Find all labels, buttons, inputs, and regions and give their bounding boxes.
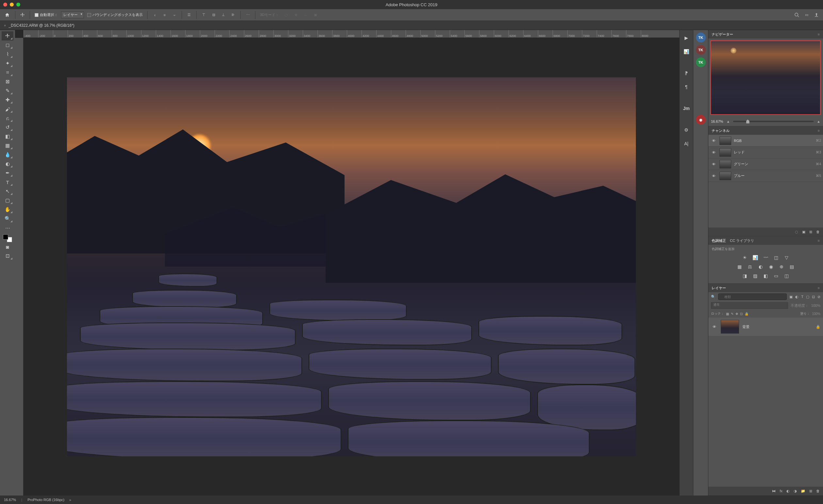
blur-tool[interactable]: 💧 [2, 150, 13, 159]
tk2-plugin-icon[interactable]: TK [696, 45, 706, 55]
distribute-v-icon[interactable]: ⊪ [229, 11, 237, 19]
minimize-window[interactable] [10, 3, 14, 7]
channels-tab[interactable]: チャンネル ≡ [708, 126, 823, 135]
load-selection-icon[interactable]: ◌ [795, 230, 798, 234]
visibility-icon[interactable]: 👁 [710, 174, 717, 178]
canvas[interactable]: -400-20002004006008001000120014001600180… [15, 30, 679, 496]
threshold-icon[interactable]: ◧ [762, 272, 770, 279]
zoom-tool[interactable]: 🔍 [2, 214, 13, 223]
edit-toolbar[interactable]: ⋯ [2, 223, 13, 232]
jm-panel-icon[interactable]: Jm [682, 104, 691, 113]
delete-layer-icon[interactable]: 🗑 [816, 489, 820, 493]
pen-tool[interactable]: ✒ [2, 169, 13, 178]
channel-row[interactable]: 👁RGB⌘2 [708, 135, 823, 147]
screen-mode-tool[interactable]: ⊡ [2, 251, 13, 260]
stamp-tool[interactable]: ⎌ [2, 113, 13, 123]
gradient-tool[interactable]: ▦ [2, 141, 13, 150]
new-layer-icon[interactable]: ⊞ [809, 489, 812, 493]
lock-pixels-icon[interactable]: ✎ [731, 312, 733, 316]
character-panel-icon[interactable]: ⁋ [682, 68, 691, 78]
red-plugin-icon[interactable]: ◉ [696, 115, 706, 125]
visibility-icon[interactable]: 👁 [710, 139, 717, 143]
background-layer[interactable]: 👁 背景 🔒 [708, 318, 823, 336]
eyedropper-tool[interactable]: ✎ [2, 86, 13, 95]
hand-tool[interactable]: ✋ [2, 205, 13, 214]
shape-tool[interactable]: ▢ [2, 196, 13, 205]
layers-tab[interactable]: レイヤー ≡ [708, 284, 823, 292]
visibility-toggle-icon[interactable]: 👁 [711, 325, 717, 329]
filter-shape-icon[interactable]: ▢ [806, 295, 809, 299]
channel-mixer-icon[interactable]: ⊕ [778, 263, 785, 270]
blend-mode-dropdown[interactable]: 通常 [711, 302, 788, 309]
filter-type-icon[interactable]: T [801, 295, 803, 299]
opacity-value[interactable]: 100% [811, 304, 820, 307]
frame-tool[interactable]: ⊠ [2, 77, 13, 86]
bw-adjust-icon[interactable]: ◐ [757, 263, 764, 270]
distribute-icon[interactable]: ☰ [185, 11, 193, 19]
home-button[interactable] [3, 10, 12, 20]
auto-select-target[interactable]: レイヤー [61, 11, 84, 18]
heal-tool[interactable]: ✚ [2, 95, 13, 104]
navigator-thumbnail[interactable] [710, 40, 821, 115]
settings-panel-icon[interactable]: ⚙ [682, 125, 691, 135]
filter-adjust-icon[interactable]: ◐ [795, 295, 799, 299]
close-tab-icon[interactable]: × [4, 23, 6, 27]
share-icon[interactable] [813, 11, 820, 19]
visibility-icon[interactable]: 👁 [710, 162, 717, 166]
paragraph-panel-icon[interactable]: ¶ [682, 82, 691, 91]
dodge-tool[interactable]: ◐ [2, 159, 13, 169]
panel-menu-icon[interactable]: ≡ [818, 286, 820, 290]
posterize-icon[interactable]: ▨ [752, 272, 759, 279]
brightness-adjust-icon[interactable]: ☀ [742, 254, 749, 261]
zoom-in-icon[interactable]: ▲ [817, 119, 820, 123]
zoom-out-icon[interactable]: ▲ [726, 119, 730, 123]
new-group-icon[interactable]: 📁 [801, 489, 805, 493]
auto-select-checkbox[interactable]: 自動選択： [33, 12, 59, 18]
channel-row[interactable]: 👁グリーン⌘4 [708, 158, 823, 170]
color-swatches[interactable] [3, 234, 12, 242]
filter-pixel-icon[interactable]: ▣ [789, 295, 793, 299]
vibrance-adjust-icon[interactable]: ▽ [783, 254, 790, 261]
move-tool-icon[interactable] [19, 11, 26, 19]
document-tab[interactable]: × _DSC4322.ARW @ 16.7% (RGB/16*) [0, 21, 78, 30]
hue-adjust-icon[interactable]: ▦ [736, 263, 743, 270]
layer-thumbnail[interactable] [721, 320, 739, 333]
panel-menu-icon[interactable]: ≡ [818, 239, 820, 243]
lock-position-icon[interactable]: ✥ [735, 312, 738, 316]
play-actions-icon[interactable]: ▶ [682, 33, 691, 42]
show-bbox-checkbox[interactable]: バウンディングボックスを表示 [86, 12, 144, 18]
new-channel-icon[interactable]: ⊞ [809, 230, 812, 234]
alt-panel-icon[interactable]: A| [682, 139, 691, 148]
maximize-window[interactable] [16, 3, 20, 7]
horizontal-ruler[interactable]: -400-20002004006008001000120014001600180… [23, 30, 679, 38]
fill-value[interactable]: 100% [812, 312, 820, 316]
vertical-ruler[interactable] [15, 38, 23, 496]
crop-tool[interactable]: ⌗ [2, 68, 13, 77]
filter-toggle-icon[interactable]: ⊘ [817, 295, 820, 299]
adjustments-tab[interactable]: 色調補正 [712, 237, 726, 245]
align-right-icon[interactable]: ⫟ [170, 11, 178, 19]
align-bottom-icon[interactable]: ⊥ [219, 11, 227, 19]
zoom-slider[interactable] [733, 121, 814, 122]
quick-mask-tool[interactable]: ◙ [2, 242, 13, 251]
lasso-tool[interactable]: ⌇ [2, 50, 13, 59]
eraser-tool[interactable]: ◧ [2, 132, 13, 141]
tk-plugin-icon[interactable]: TK [696, 33, 706, 42]
align-center-h-icon[interactable]: ≡ [161, 11, 169, 19]
channel-row[interactable]: 👁レッド⌘3 [708, 147, 823, 158]
layer-filter-input[interactable] [718, 293, 787, 300]
move-tool[interactable] [2, 31, 13, 40]
exposure-adjust-icon[interactable]: ◫ [773, 254, 780, 261]
curves-adjust-icon[interactable]: 〰 [762, 254, 770, 261]
delete-channel-icon[interactable]: 🗑 [816, 230, 820, 234]
filter-search-icon[interactable]: 🔍 [711, 295, 715, 299]
zoom-percentage[interactable]: 16.67% [711, 119, 723, 123]
status-profile[interactable]: ProPhoto RGB (16bpc) [27, 498, 64, 502]
align-left-icon[interactable]: ⫞ [151, 11, 159, 19]
filter-smart-icon[interactable]: ⊡ [812, 295, 815, 299]
photo-filter-icon[interactable]: ◉ [768, 263, 775, 270]
panel-menu-icon[interactable]: ≡ [818, 129, 820, 133]
lock-all-icon[interactable]: 🔒 [745, 312, 749, 316]
layer-fx-icon[interactable]: fx [780, 489, 783, 493]
invert-adjust-icon[interactable]: ◨ [742, 272, 749, 279]
